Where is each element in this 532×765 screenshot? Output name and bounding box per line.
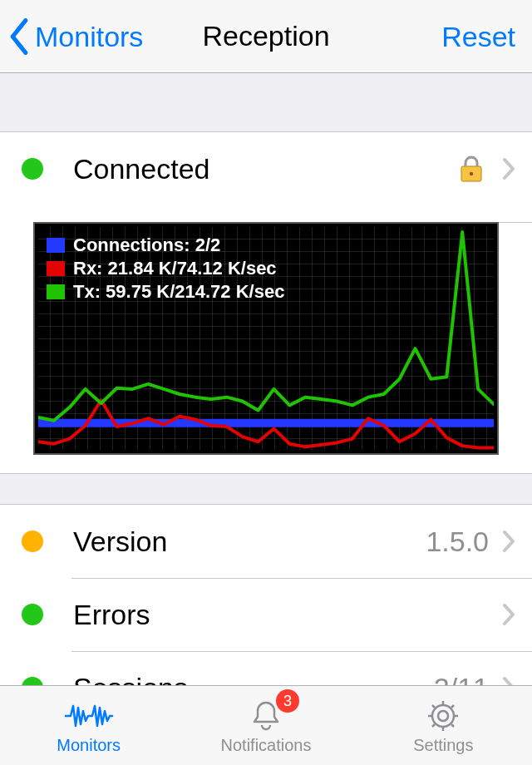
page-title: Reception xyxy=(202,20,329,52)
content: Connected Connections: 2/2 Rx: 21.84 K/7… xyxy=(0,73,532,685)
chevron-left-icon xyxy=(8,18,30,55)
row-errors[interactable]: Errors xyxy=(0,578,532,651)
row-connected[interactable]: Connected xyxy=(0,132,532,205)
tab-monitors[interactable]: Monitors xyxy=(0,686,177,765)
row-label: Version xyxy=(73,526,426,558)
row-label: Sessions xyxy=(73,672,434,686)
gear-icon xyxy=(425,696,461,736)
status-dot-icon xyxy=(22,604,43,625)
svg-point-4 xyxy=(432,705,454,727)
row-label: Connected xyxy=(73,153,459,185)
chevron-right-icon xyxy=(502,603,515,626)
svg-point-1 xyxy=(470,172,473,175)
status-dot-icon xyxy=(22,677,43,685)
section-details: Version 1.5.0 Errors Sessions 2/11 xyxy=(0,504,532,685)
legend-rx: Rx: 21.84 K/74.12 K/sec xyxy=(73,257,277,280)
chevron-right-icon xyxy=(502,530,515,553)
tab-label: Notifications xyxy=(221,736,312,755)
legend-connections: Connections: 2/2 xyxy=(73,234,220,257)
chart-container: Connections: 2/2 Rx: 21.84 K/74.12 K/sec… xyxy=(0,222,532,473)
chart-legend: Connections: 2/2 Rx: 21.84 K/74.12 K/sec… xyxy=(47,234,284,304)
notification-badge: 3 xyxy=(276,689,299,713)
tab-label: Settings xyxy=(413,736,473,755)
back-label: Monitors xyxy=(35,21,143,53)
waveform-icon xyxy=(64,696,114,736)
tab-notifications[interactable]: 3 Notifications xyxy=(177,686,354,765)
row-version[interactable]: Version 1.5.0 xyxy=(0,505,532,578)
lock-icon xyxy=(459,155,484,183)
legend-swatch-icon xyxy=(47,238,65,253)
legend-swatch-icon xyxy=(47,261,65,276)
back-button[interactable]: Monitors xyxy=(8,0,143,73)
row-sessions[interactable]: Sessions 2/11 xyxy=(0,651,532,685)
navbar: Monitors Reception Reset xyxy=(0,0,532,73)
legend-swatch-icon xyxy=(47,284,65,299)
status-dot-icon xyxy=(22,158,43,180)
chevron-right-icon xyxy=(502,676,515,685)
tabbar: Monitors 3 Notifications Settings xyxy=(0,685,532,765)
row-value: 1.5.0 xyxy=(426,526,489,558)
svg-point-3 xyxy=(438,711,448,721)
chart-area: Connections: 2/2 Rx: 21.84 K/74.12 K/sec… xyxy=(33,222,499,455)
row-label: Errors xyxy=(73,599,502,631)
legend-tx: Tx: 59.75 K/214.72 K/sec xyxy=(73,280,284,304)
row-value: 2/11 xyxy=(434,672,489,686)
chevron-right-icon xyxy=(502,157,515,180)
status-dot-icon xyxy=(22,531,43,552)
tab-label: Monitors xyxy=(57,736,121,755)
section-connection: Connected Connections: 2/2 Rx: 21.84 K/7… xyxy=(0,131,532,474)
reset-button[interactable]: Reset xyxy=(441,0,515,73)
tab-settings[interactable]: Settings xyxy=(355,686,532,765)
